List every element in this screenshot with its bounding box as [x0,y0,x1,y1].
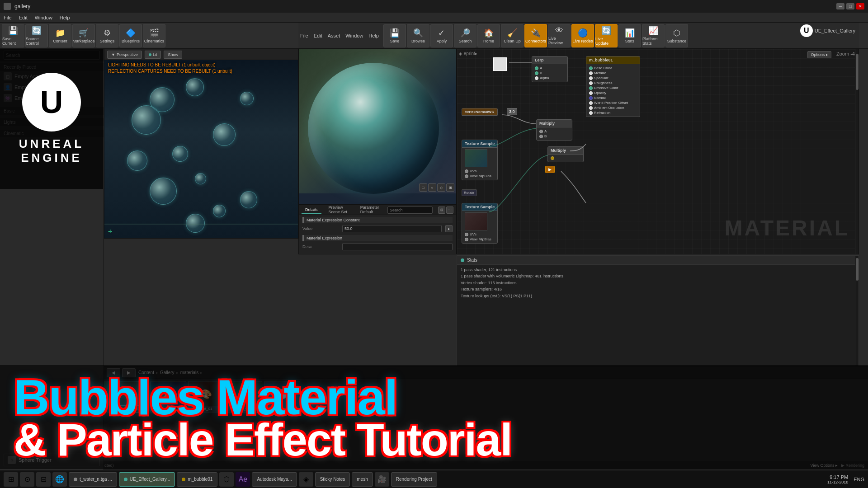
tab-details[interactable]: Details [302,206,321,214]
blueprints-button[interactable]: 🔷 Blueprints [119,24,142,47]
mat-save-icon: 💾 [390,28,400,38]
stats-button[interactable]: 📊 Stats [618,24,641,47]
show-button[interactable]: Show [164,51,182,59]
menu-edit[interactable]: Edit [19,15,28,20]
close-button[interactable]: ✕ [856,3,864,9]
lerp-node[interactable]: Lerp A B Alpha [532,56,568,82]
texture-sample-1[interactable]: Texture Sample UVs View MipBias [462,140,498,180]
platform-stats-button[interactable]: 📈 Platform Stats [642,24,665,47]
live-update-button[interactable]: 🔄 Live Update [595,24,618,47]
live-nodes-button[interactable]: 🔵 Live Nodes [571,24,594,47]
maximize-button[interactable]: □ [846,3,854,9]
details-search-input[interactable] [387,206,433,214]
vertex-normal-node[interactable]: VertexNormalWS [462,108,498,116]
save-icon: 💾 [8,26,18,36]
preview-ctrl-2[interactable]: ○ [428,183,436,192]
task-view-button[interactable]: ⊟ [36,472,51,487]
taskbar-t-water[interactable]: t_water_n.tga ... [69,472,117,487]
material-node-graph[interactable]: Zoom -4 Options ▸ ◈ eprint▸ m_bubble01 B… [457,49,859,254]
desc-field[interactable] [342,243,453,250]
level-viewport[interactable]: ▼ Perspective Lit Show [104,49,298,239]
tab-preview-scene[interactable]: Preview Scene Set [325,205,353,216]
vertex-to-mul1-line [502,115,536,124]
material-preview-viewport[interactable]: ▼ Perspective Lit Show □ ○ ◇ ⊞ [298,49,457,205]
mat-menu-window[interactable]: Window [345,33,363,38]
taskbar-m-bubble[interactable]: m_bubble01 [177,472,217,487]
result-node-body: Base Color Metallic Specular Roughness E… [586,64,640,117]
bubble-11 [213,205,226,217]
menu-file[interactable]: File [4,15,12,20]
home-button[interactable]: 🏠 Home [477,24,500,47]
taskbar-ue-gallery[interactable]: UE_Effect_Gallery... [119,472,175,487]
taskbar-sticky[interactable]: Sticky Notes [315,472,350,487]
preview-ctrl-4[interactable]: ⊞ [446,183,454,192]
mat-menu-edit[interactable]: Edit [314,33,322,38]
stats-dot [461,258,464,262]
value-expand-icon[interactable]: ▸ [445,225,453,232]
minimize-button[interactable]: ─ [836,3,844,9]
graph-scrollbar[interactable] [855,49,859,254]
perspective-button[interactable]: ▼ Perspective [107,51,142,59]
bubble-6 [172,146,188,162]
taskbar-maya[interactable]: Autodesk Maya... [252,472,297,487]
taskbar-camera-icon[interactable]: 🎥 [375,472,389,487]
browse-button[interactable]: 🔍 Browse [407,24,429,47]
mul2-to-normal-line [561,171,586,203]
mat-menu-file[interactable]: File [300,33,308,38]
options-button[interactable]: Options ▸ [807,51,831,58]
marketplace-button[interactable]: 🛒 Marketplace [72,24,95,47]
taskbar-ue-icon-2[interactable]: ◈ [299,472,313,487]
multiply-node-2[interactable]: Multiply [547,146,584,162]
value-field[interactable]: 50.0 [342,225,442,232]
details-panel: Details Preview Scene Set Parameter Defa… [298,205,457,254]
substance-icon: ⬡ [673,28,680,38]
start-button[interactable]: ⊞ [4,472,18,487]
cinematics-button[interactable]: 🎬 Cinematics [143,24,165,47]
search-button[interactable]: 🔎 Search [454,24,476,47]
taskbar-substance-icon[interactable]: ⬡ [219,472,234,487]
texture-sample-2[interactable]: Texture Sample UVs View MipBias [462,203,498,244]
taskbar-mesh[interactable]: mesh [352,472,373,487]
content-button[interactable]: 📁 Content [49,24,71,47]
details-view-icon[interactable]: ⊞ [438,206,445,214]
multiply-1-body: A B [537,127,572,140]
tutorial-overlay: Bubbles Material & Particle Effect Tutor… [0,365,868,469]
menu-help[interactable]: Help [60,15,70,20]
ue-subtitle: UE_Effect_Gallery [815,28,855,33]
taskbar-ae-icon[interactable]: Ae [236,472,250,487]
taskbar-rendering[interactable]: Rendering Project [391,472,437,487]
mat-menu-asset[interactable]: Asset [328,33,340,38]
stats-scrollbar-thumb[interactable] [856,258,859,281]
bubble-9 [150,178,177,205]
cleanup-button[interactable]: 🧹 Clean Up [501,24,524,47]
pin-specular-dot [589,76,593,80]
graph-scrollbar-thumb[interactable] [856,54,859,90]
multiply-node-1[interactable]: Multiply A B [536,119,572,141]
preview-ctrl-3[interactable]: ◇ [437,183,445,192]
menu-window[interactable]: Window [35,15,52,20]
show-label: Show [168,52,178,57]
stats-line-4: Texture samplers: 4/16 [461,286,855,292]
substance-button[interactable]: ⬡ Substance [665,24,688,47]
taskbar-maya-label: Autodesk Maya... [257,477,292,482]
result-node[interactable]: m_bubble01 Base Color Metallic Specular … [586,56,640,117]
preview-controls: □ ○ ◇ ⊞ [419,183,454,192]
blueprints-label: Blueprints [122,39,140,43]
connectors-button[interactable]: 🔌 Connectors [524,24,547,47]
tab-parameter-default[interactable]: Parameter Default [357,205,384,216]
lit-button[interactable]: Lit [145,51,161,59]
value-row: Value 50.0 ▸ [302,224,453,233]
live-preview-button[interactable]: 👁 Live Preview [548,24,571,47]
connectors-icon: 🔌 [531,28,541,38]
tex2-uv-dot [465,233,468,236]
preview-ctrl-1[interactable]: □ [419,183,427,192]
source-control-button[interactable]: 🔄 Source Control [25,24,48,47]
save-current-button[interactable]: 💾 Save Current [2,24,24,47]
settings-button[interactable]: ⚙ Settings [96,24,118,47]
mat-save-button[interactable]: 💾 Save [383,24,406,47]
mat-menu-help[interactable]: Help [368,33,379,38]
browser-taskbar-icon[interactable]: 🌐 [52,472,67,487]
apply-button[interactable]: ✓ Apply [430,24,453,47]
details-more-icon[interactable]: ⋯ [446,206,453,214]
search-taskbar-button[interactable]: ⊙ [20,472,34,487]
